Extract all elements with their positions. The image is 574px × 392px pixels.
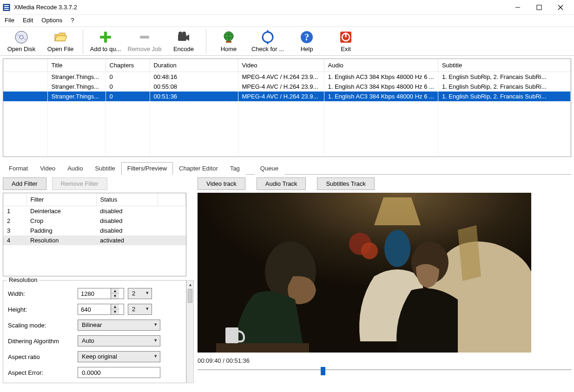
scroll-up-icon[interactable]: ▴	[187, 281, 193, 288]
encode-button[interactable]: Encode	[164, 29, 203, 54]
video-track-button[interactable]: Video track	[198, 177, 245, 190]
col-filter-name[interactable]: Filter	[26, 193, 96, 206]
svg-rect-23	[345, 33, 347, 37]
width-label: Width:	[8, 290, 78, 297]
check-update-label: Check for ...	[251, 46, 284, 52]
check-update-button[interactable]: Check for ...	[248, 29, 287, 54]
window-title: XMedia Recode 3.3.7.2	[14, 4, 77, 11]
height-value[interactable]	[78, 305, 111, 314]
resolution-group: Resolution Width: ▲▼ 2 Height: ▲▼ 2	[3, 280, 186, 383]
svg-point-15	[182, 32, 186, 35]
height-input[interactable]: ▲▼	[78, 304, 124, 315]
cell-duration: 00:48:16	[150, 72, 238, 82]
width-value[interactable]	[78, 289, 111, 298]
preview-pane	[198, 193, 531, 353]
filter-row[interactable]: 1Deinterlacedisabled	[3, 206, 186, 216]
tab-audio[interactable]: Audio	[61, 162, 89, 175]
cell-filter-name: Resolution	[26, 235, 96, 245]
help-button[interactable]: ? Help	[287, 29, 326, 54]
cell-filter-status: activated	[96, 235, 158, 245]
spin-up-icon[interactable]: ▲	[111, 304, 119, 309]
help-icon: ?	[299, 30, 314, 45]
cell-duration: 00:51:36	[150, 91, 238, 101]
filter-row[interactable]: 4Resolutionactivated	[3, 235, 186, 245]
cell-idx: 4	[3, 235, 26, 245]
tab-tag[interactable]: Tag	[224, 162, 246, 175]
col-video[interactable]: Video	[238, 59, 324, 72]
aspect-err-value[interactable]	[78, 367, 160, 378]
remove-filter-button[interactable]: Remove Filter	[52, 177, 107, 190]
col-duration[interactable]: Duration	[150, 59, 238, 72]
scaling-label: Scaling mode:	[8, 322, 78, 329]
filter-row[interactable]: 2Cropdisabled	[3, 216, 186, 226]
aspect-combo[interactable]: Keep original	[78, 351, 160, 362]
tab-chapter-editor[interactable]: Chapter Editor	[173, 162, 224, 175]
col-title[interactable]: Title	[47, 59, 106, 72]
refresh-icon	[260, 30, 275, 45]
toolbar-separator	[206, 30, 206, 53]
minimize-button[interactable]	[507, 0, 528, 14]
dither-combo[interactable]: Auto	[78, 335, 160, 346]
scroll-thumb[interactable]	[188, 289, 192, 303]
height-step-combo[interactable]: 2	[128, 304, 152, 315]
seek-bar[interactable]	[198, 367, 571, 372]
svg-rect-18	[226, 41, 231, 43]
cell-duration: 00:55:08	[150, 82, 238, 91]
cell-subtitle: 1. English SubRip, 2. Francais SubRi...	[438, 91, 570, 101]
tab-subtitle[interactable]: Subtitle	[89, 162, 121, 175]
svg-rect-5	[537, 5, 541, 10]
col-audio[interactable]: Audio	[324, 59, 438, 72]
media-row[interactable]: Stranger.Things...000:55:08MPEG-4 AVC / …	[3, 82, 571, 91]
spin-up-icon[interactable]: ▲	[111, 288, 119, 294]
cell-audio: 1. English AC3 384 Kbps 48000 Hz 6 ...	[324, 91, 438, 101]
subtitles-track-button[interactable]: Subtitles Track	[317, 177, 374, 190]
menu-help[interactable]: ?	[71, 17, 74, 24]
spin-down-icon[interactable]: ▼	[111, 294, 119, 299]
width-input[interactable]: ▲▼	[78, 288, 124, 299]
col-blank[interactable]	[3, 59, 47, 72]
maximize-button[interactable]	[528, 0, 550, 14]
col-subtitle[interactable]: Subtitle	[438, 59, 570, 72]
media-row[interactable]: Stranger.Things...000:48:16MPEG-4 AVC / …	[3, 72, 571, 82]
open-file-button[interactable]: Open File	[41, 29, 80, 54]
scaling-combo[interactable]: Bilinear	[78, 320, 160, 331]
open-disk-label: Open Disk	[7, 46, 36, 52]
audio-track-button[interactable]: Audio Track	[257, 177, 306, 190]
minus-icon	[137, 30, 152, 45]
remove-job-label: Remove Job	[128, 46, 162, 52]
svg-rect-3	[4, 9, 9, 10]
add-queue-label: Add to qu...	[90, 46, 121, 52]
time-label: 00:09:40 / 00:51:36	[198, 357, 250, 364]
tab-format[interactable]: Format	[3, 162, 34, 175]
media-row[interactable]: Stranger.Things...000:51:36MPEG-4 AVC / …	[3, 91, 571, 101]
add-queue-button[interactable]: Add to qu...	[86, 29, 125, 54]
tab-filters-preview[interactable]: Filters/Preview	[121, 162, 173, 175]
cell-filter-status: disabled	[96, 206, 158, 216]
cell-filter-status: disabled	[96, 216, 158, 226]
seek-thumb[interactable]	[321, 367, 325, 375]
add-filter-button[interactable]: Add Filter	[3, 177, 46, 190]
menu-edit[interactable]: Edit	[23, 17, 33, 24]
menu-file[interactable]: File	[5, 17, 14, 24]
cell-title: Stranger.Things...	[47, 91, 106, 101]
cell-subtitle: 1. English SubRip, 2. Francais SubRi...	[438, 72, 570, 82]
scrollbar[interactable]: ▴	[186, 280, 194, 383]
cell-video: MPEG-4 AVC / H.264 23.9...	[238, 72, 324, 82]
spin-down-icon[interactable]: ▼	[111, 309, 119, 314]
encode-label: Encode	[173, 46, 194, 52]
filter-row[interactable]: 3Paddingdisabled	[3, 226, 186, 235]
col-filter-idx[interactable]	[3, 193, 26, 206]
col-filter-blank[interactable]	[158, 193, 186, 206]
col-filter-status[interactable]: Status	[96, 193, 158, 206]
home-button[interactable]: Home	[209, 29, 248, 54]
remove-job-button[interactable]: Remove Job	[125, 29, 164, 54]
width-step-combo[interactable]: 2	[128, 288, 152, 299]
exit-button[interactable]: Exit	[326, 29, 365, 54]
open-disk-button[interactable]: Open Disk	[2, 29, 41, 54]
tab-video[interactable]: Video	[34, 162, 61, 175]
close-button[interactable]	[550, 0, 571, 14]
tab-queue[interactable]: Queue	[254, 162, 284, 175]
filter-list: Filter Status 1Deinterlacedisabled2Cropd…	[3, 193, 186, 276]
menu-options[interactable]: Options	[41, 17, 62, 24]
col-chapters[interactable]: Chapters	[106, 59, 150, 72]
